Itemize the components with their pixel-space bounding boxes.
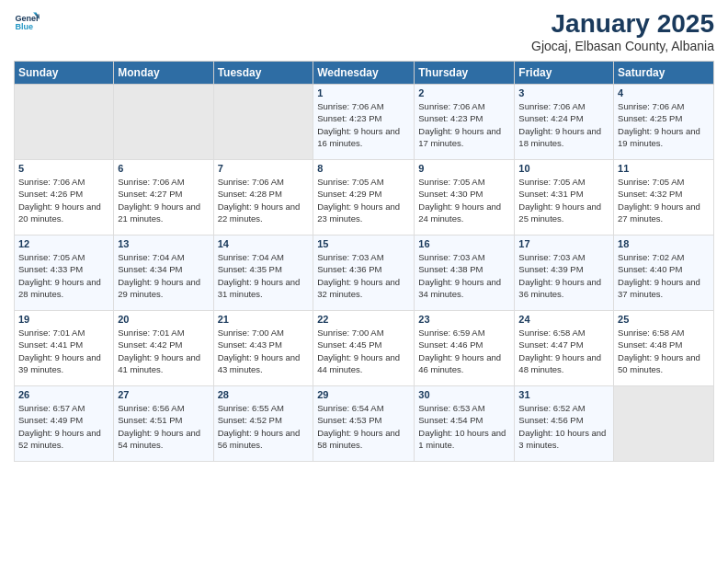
- day-content: Sunrise: 6:58 AM Sunset: 4:47 PM Dayligh…: [518, 327, 609, 375]
- calendar-cell: 21Sunrise: 7:00 AM Sunset: 4:43 PM Dayli…: [213, 311, 313, 386]
- calendar-cell: 7Sunrise: 7:06 AM Sunset: 4:28 PM Daylig…: [213, 160, 313, 236]
- day-number: 1: [317, 87, 410, 98]
- calendar-cell: 17Sunrise: 7:03 AM Sunset: 4:39 PM Dayli…: [515, 236, 614, 311]
- logo-icon: General Blue: [14, 9, 40, 35]
- calendar-cell: 15Sunrise: 7:03 AM Sunset: 4:36 PM Dayli…: [313, 236, 415, 311]
- day-content: Sunrise: 7:01 AM Sunset: 4:41 PM Dayligh…: [18, 327, 109, 375]
- day-content: Sunrise: 6:56 AM Sunset: 4:51 PM Dayligh…: [118, 402, 209, 451]
- day-number: 31: [518, 389, 609, 400]
- day-number: 21: [218, 314, 310, 325]
- calendar-table: Sunday Monday Tuesday Wednesday Thursday…: [14, 61, 714, 462]
- day-content: Sunrise: 7:05 AM Sunset: 4:33 PM Dayligh…: [18, 251, 109, 300]
- day-content: Sunrise: 7:06 AM Sunset: 4:28 PM Dayligh…: [218, 176, 310, 224]
- day-content: Sunrise: 7:03 AM Sunset: 4:36 PM Dayligh…: [317, 251, 410, 300]
- calendar-cell: 1Sunrise: 7:06 AM Sunset: 4:23 PM Daylig…: [313, 85, 415, 160]
- day-number: 10: [518, 163, 609, 174]
- week-row-3: 12Sunrise: 7:05 AM Sunset: 4:33 PM Dayli…: [15, 236, 714, 311]
- calendar-cell: [114, 85, 213, 160]
- day-number: 12: [18, 238, 109, 249]
- day-content: Sunrise: 7:02 AM Sunset: 4:40 PM Dayligh…: [618, 251, 710, 300]
- day-number: 15: [317, 238, 410, 249]
- day-number: 26: [18, 389, 109, 400]
- calendar-cell: 12Sunrise: 7:05 AM Sunset: 4:33 PM Dayli…: [15, 236, 114, 311]
- day-content: Sunrise: 6:53 AM Sunset: 4:54 PM Dayligh…: [418, 402, 510, 451]
- day-content: Sunrise: 7:05 AM Sunset: 4:32 PM Dayligh…: [618, 176, 710, 224]
- header-thursday: Thursday: [415, 62, 515, 85]
- calendar-cell: 19Sunrise: 7:01 AM Sunset: 4:41 PM Dayli…: [15, 311, 114, 386]
- day-content: Sunrise: 7:05 AM Sunset: 4:29 PM Dayligh…: [317, 176, 410, 224]
- calendar-cell: 30Sunrise: 6:53 AM Sunset: 4:54 PM Dayli…: [415, 386, 515, 462]
- day-number: 30: [418, 389, 510, 400]
- header-sunday: Sunday: [15, 62, 114, 85]
- day-number: 6: [118, 163, 209, 174]
- day-number: 24: [518, 314, 609, 325]
- day-number: 23: [418, 314, 510, 325]
- day-content: Sunrise: 7:01 AM Sunset: 4:42 PM Dayligh…: [118, 327, 209, 375]
- day-content: Sunrise: 7:06 AM Sunset: 4:25 PM Dayligh…: [618, 100, 710, 149]
- subtitle: Gjocaj, Elbasan County, Albania: [531, 39, 714, 53]
- day-number: 27: [118, 389, 209, 400]
- header-friday: Friday: [515, 62, 614, 85]
- day-number: 25: [618, 314, 710, 325]
- calendar-cell: 27Sunrise: 6:56 AM Sunset: 4:51 PM Dayli…: [114, 386, 213, 462]
- day-number: 22: [317, 314, 410, 325]
- calendar-cell: 14Sunrise: 7:04 AM Sunset: 4:35 PM Dayli…: [213, 236, 313, 311]
- day-content: Sunrise: 7:06 AM Sunset: 4:26 PM Dayligh…: [18, 176, 109, 224]
- calendar-cell: 13Sunrise: 7:04 AM Sunset: 4:34 PM Dayli…: [114, 236, 213, 311]
- week-row-2: 5Sunrise: 7:06 AM Sunset: 4:26 PM Daylig…: [15, 160, 714, 236]
- week-row-1: 1Sunrise: 7:06 AM Sunset: 4:23 PM Daylig…: [15, 85, 714, 160]
- day-content: Sunrise: 7:04 AM Sunset: 4:34 PM Dayligh…: [118, 251, 209, 300]
- header-wednesday: Wednesday: [313, 62, 415, 85]
- day-number: 19: [18, 314, 109, 325]
- logo: General Blue: [14, 9, 40, 35]
- day-content: Sunrise: 7:03 AM Sunset: 4:39 PM Dayligh…: [518, 251, 609, 300]
- day-number: 9: [418, 163, 510, 174]
- day-content: Sunrise: 7:04 AM Sunset: 4:35 PM Dayligh…: [218, 251, 310, 300]
- calendar-cell: 31Sunrise: 6:52 AM Sunset: 4:56 PM Dayli…: [515, 386, 614, 462]
- day-number: 28: [218, 389, 310, 400]
- day-content: Sunrise: 7:06 AM Sunset: 4:23 PM Dayligh…: [418, 100, 510, 149]
- calendar-cell: 20Sunrise: 7:01 AM Sunset: 4:42 PM Dayli…: [114, 311, 213, 386]
- title-area: January 2025 Gjocaj, Elbasan County, Alb…: [531, 9, 714, 53]
- header-tuesday: Tuesday: [213, 62, 313, 85]
- day-content: Sunrise: 6:57 AM Sunset: 4:49 PM Dayligh…: [18, 402, 109, 451]
- page-header: General Blue January 2025 Gjocaj, Elbasa…: [14, 9, 714, 53]
- calendar-cell: 2Sunrise: 7:06 AM Sunset: 4:23 PM Daylig…: [415, 85, 515, 160]
- week-row-4: 19Sunrise: 7:01 AM Sunset: 4:41 PM Dayli…: [15, 311, 714, 386]
- calendar-cell: 9Sunrise: 7:05 AM Sunset: 4:30 PM Daylig…: [415, 160, 515, 236]
- day-content: Sunrise: 7:00 AM Sunset: 4:43 PM Dayligh…: [218, 327, 310, 375]
- day-content: Sunrise: 6:55 AM Sunset: 4:52 PM Dayligh…: [218, 402, 310, 451]
- day-content: Sunrise: 7:00 AM Sunset: 4:45 PM Dayligh…: [317, 327, 410, 375]
- day-number: 3: [518, 87, 609, 98]
- day-content: Sunrise: 7:05 AM Sunset: 4:30 PM Dayligh…: [418, 176, 510, 224]
- calendar-cell: [213, 85, 313, 160]
- day-number: 4: [618, 87, 710, 98]
- day-number: 14: [218, 238, 310, 249]
- calendar-cell: 16Sunrise: 7:03 AM Sunset: 4:38 PM Dayli…: [415, 236, 515, 311]
- calendar-header-row: Sunday Monday Tuesday Wednesday Thursday…: [15, 62, 714, 85]
- calendar-cell: 10Sunrise: 7:05 AM Sunset: 4:31 PM Dayli…: [515, 160, 614, 236]
- day-number: 29: [317, 389, 410, 400]
- calendar-cell: [15, 85, 114, 160]
- day-number: 18: [618, 238, 710, 249]
- calendar-cell: 29Sunrise: 6:54 AM Sunset: 4:53 PM Dayli…: [313, 386, 415, 462]
- calendar-cell: 11Sunrise: 7:05 AM Sunset: 4:32 PM Dayli…: [614, 160, 714, 236]
- day-content: Sunrise: 7:06 AM Sunset: 4:23 PM Dayligh…: [317, 100, 410, 149]
- calendar-cell: 26Sunrise: 6:57 AM Sunset: 4:49 PM Dayli…: [15, 386, 114, 462]
- day-content: Sunrise: 6:58 AM Sunset: 4:48 PM Dayligh…: [618, 327, 710, 375]
- calendar-cell: 25Sunrise: 6:58 AM Sunset: 4:48 PM Dayli…: [614, 311, 714, 386]
- day-number: 7: [218, 163, 310, 174]
- day-content: Sunrise: 7:06 AM Sunset: 4:24 PM Dayligh…: [518, 100, 609, 149]
- calendar-cell: 5Sunrise: 7:06 AM Sunset: 4:26 PM Daylig…: [15, 160, 114, 236]
- calendar-cell: 22Sunrise: 7:00 AM Sunset: 4:45 PM Dayli…: [313, 311, 415, 386]
- day-content: Sunrise: 7:03 AM Sunset: 4:38 PM Dayligh…: [418, 251, 510, 300]
- day-number: 13: [118, 238, 209, 249]
- calendar-cell: 24Sunrise: 6:58 AM Sunset: 4:47 PM Dayli…: [515, 311, 614, 386]
- svg-text:Blue: Blue: [15, 22, 33, 31]
- day-number: 8: [317, 163, 410, 174]
- day-number: 16: [418, 238, 510, 249]
- day-content: Sunrise: 6:52 AM Sunset: 4:56 PM Dayligh…: [518, 402, 609, 451]
- day-content: Sunrise: 6:54 AM Sunset: 4:53 PM Dayligh…: [317, 402, 410, 451]
- day-content: Sunrise: 7:06 AM Sunset: 4:27 PM Dayligh…: [118, 176, 209, 224]
- week-row-5: 26Sunrise: 6:57 AM Sunset: 4:49 PM Dayli…: [15, 386, 714, 462]
